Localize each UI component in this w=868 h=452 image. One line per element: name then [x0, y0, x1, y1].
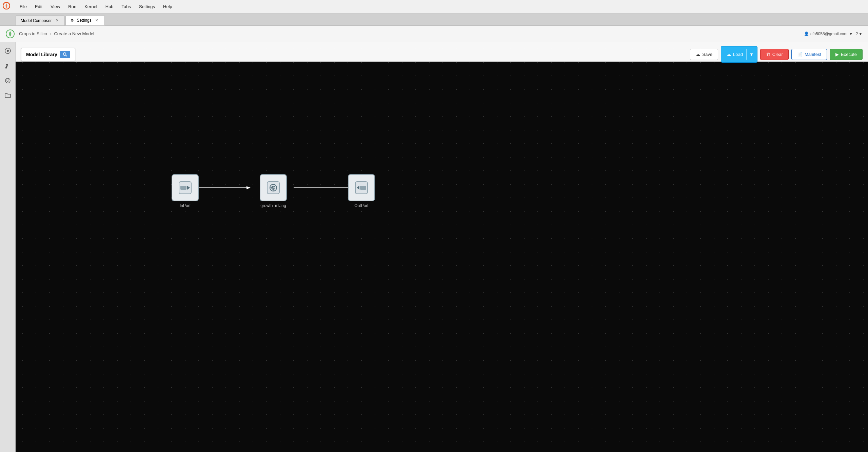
user-dropdown-icon: ▼ — [849, 32, 853, 36]
navbar-help[interactable]: ? ▼ — [855, 32, 863, 36]
manifest-button[interactable]: 📄 Manifest — [791, 49, 827, 60]
user-icon: 👤 — [804, 32, 809, 36]
svg-point-10 — [8, 80, 9, 81]
execute-label: Execute — [841, 52, 857, 57]
save-button[interactable]: ☁ Save — [690, 49, 718, 60]
content-area: Crops in Silico › Create a New Model 👤 c… — [0, 26, 868, 452]
node-outport-label: OutPort — [354, 203, 368, 208]
execute-button[interactable]: ▶ Execute — [830, 49, 863, 60]
navbar-logo — [5, 29, 15, 39]
load-cloud-icon: ☁ — [727, 52, 731, 57]
manifest-doc-icon: 📄 — [797, 52, 803, 57]
navbar-separator: › — [50, 31, 51, 36]
sidebar-icon-home[interactable] — [2, 45, 14, 57]
navbar-right: 👤 cfh5058@gmail.com ▼ ? ▼ — [804, 32, 863, 36]
svg-rect-28 — [360, 186, 366, 190]
help-icon: ? — [855, 32, 858, 36]
node-inport-label: InPort — [180, 203, 191, 208]
menu-tabs[interactable]: Tabs — [118, 3, 134, 11]
menu-hub[interactable]: Hub — [102, 3, 117, 11]
tab-model-composer-label: Model Composer — [21, 18, 52, 23]
model-library-search-button[interactable] — [60, 51, 70, 58]
sidebar — [0, 42, 16, 452]
canvas-wrapper: Model Library ☁ Save — [16, 42, 868, 452]
app-logo — [3, 2, 12, 12]
svg-rect-4 — [5, 67, 7, 68]
save-label: Save — [702, 52, 712, 57]
load-label: Load — [733, 52, 743, 57]
navbar-page: Create a New Model — [54, 31, 94, 36]
tab-settings-label: Settings — [77, 18, 91, 23]
node-outport[interactable]: OutPort — [348, 174, 375, 208]
clear-trash-icon: 🗑 — [766, 52, 770, 57]
tab-settings[interactable]: ⚙ Settings ✕ — [65, 15, 104, 25]
svg-point-8 — [5, 78, 10, 83]
menu-edit[interactable]: Edit — [32, 3, 46, 11]
user-email: cfh5058@gmail.com — [810, 32, 848, 36]
clear-label: Clear — [772, 52, 783, 57]
execute-play-icon: ▶ — [835, 52, 839, 57]
clear-button[interactable]: 🗑 Clear — [760, 49, 789, 60]
node-growth-mlang[interactable]: 5 growth_mlang — [260, 174, 287, 208]
menu-kernel[interactable]: Kernel — [81, 3, 101, 11]
svg-rect-17 — [180, 186, 186, 190]
tab-model-composer-close[interactable]: ✕ — [54, 18, 60, 23]
node-growth-mlang-label: growth_mlang — [260, 203, 286, 208]
menu-settings[interactable]: Settings — [136, 3, 158, 11]
model-library-button[interactable]: Model Library — [21, 48, 75, 61]
load-button[interactable]: ☁ Load ▼ — [721, 46, 757, 63]
model-library-label: Model Library — [26, 52, 57, 57]
svg-point-3 — [7, 50, 9, 52]
sidebar-icon-folder[interactable] — [2, 89, 14, 102]
menubar: File Edit View Run Kernel Hub Tabs Setti… — [0, 0, 868, 14]
right-toolbar: ☁ Save ☁ Load ▼ 🗑 Clear — [690, 46, 863, 63]
workspace: Model Library ☁ Save — [0, 42, 868, 452]
svg-point-11 — [7, 81, 8, 82]
tab-settings-close[interactable]: ✕ — [94, 18, 100, 23]
menu-view[interactable]: View — [47, 3, 63, 11]
svg-line-13 — [65, 55, 67, 56]
navbar-brand[interactable]: Crops in Silico — [19, 31, 47, 36]
menu-help[interactable]: Help — [160, 3, 176, 11]
navbar: Crops in Silico › Create a New Model 👤 c… — [0, 26, 868, 42]
node-inport-box — [172, 174, 199, 201]
save-cloud-icon: ☁ — [696, 52, 700, 57]
canvas-connections — [16, 42, 868, 452]
node-growth-mlang-box: 5 — [260, 174, 287, 201]
navbar-user[interactable]: 👤 cfh5058@gmail.com ▼ — [804, 32, 853, 36]
svg-point-12 — [63, 53, 66, 55]
svg-point-6 — [6, 64, 8, 66]
menu-file[interactable]: File — [16, 3, 30, 11]
manifest-label: Manifest — [805, 52, 821, 57]
sidebar-icon-palette[interactable] — [2, 75, 14, 87]
load-dropdown-icon[interactable]: ▼ — [746, 49, 756, 60]
settings-tab-icon: ⚙ — [71, 18, 74, 23]
help-dropdown-icon: ▼ — [859, 32, 863, 36]
node-inport[interactable]: InPort — [172, 174, 199, 208]
sidebar-icon-run[interactable] — [2, 60, 14, 72]
menu-run[interactable]: Run — [65, 3, 80, 11]
tabbar: Model Composer ✕ ⚙ Settings ✕ — [0, 14, 868, 26]
svg-point-9 — [6, 80, 7, 81]
tab-model-composer[interactable]: Model Composer ✕ — [16, 15, 65, 25]
svg-text:5: 5 — [272, 186, 274, 190]
node-outport-box — [348, 174, 375, 201]
canvas[interactable]: InPort 5 — [16, 42, 868, 452]
